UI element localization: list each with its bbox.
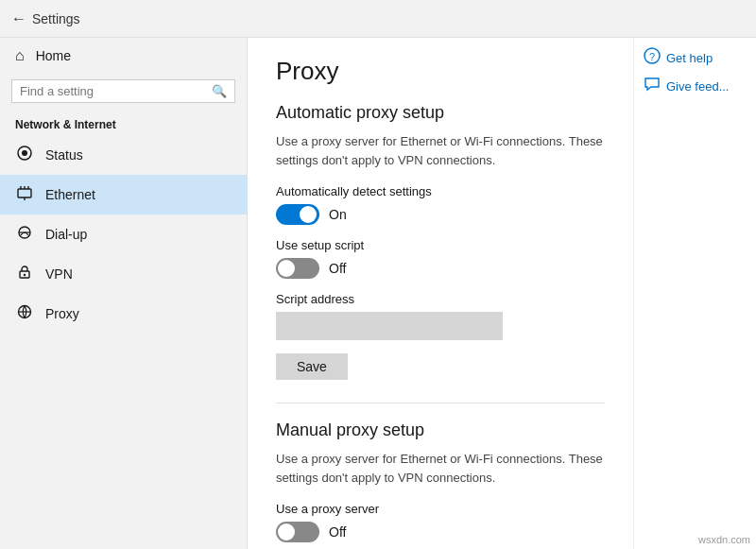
use-proxy-toggle[interactable] xyxy=(276,522,319,542)
sidebar: ⌂ Home 🔍 Network & Internet Status xyxy=(0,38,248,549)
get-help-label: Get help xyxy=(666,51,713,65)
auto-section-title: Automatic proxy setup xyxy=(276,103,605,123)
sidebar-item-dialup[interactable]: Dial-up xyxy=(0,214,247,254)
back-button[interactable]: ← Settings xyxy=(11,10,80,27)
sidebar-item-vpn[interactable]: VPN xyxy=(0,254,247,294)
svg-point-1 xyxy=(22,150,27,156)
svg-text:?: ? xyxy=(649,51,655,62)
feedback-icon xyxy=(644,76,661,96)
use-proxy-knob xyxy=(278,523,295,540)
auto-description: Use a proxy server for Ethernet or Wi-Fi… xyxy=(276,132,605,169)
section-divider xyxy=(276,403,605,403)
search-input[interactable] xyxy=(20,84,212,98)
auto-detect-row: Automatically detect settings On xyxy=(276,184,605,225)
save-button[interactable]: Save xyxy=(276,353,348,380)
auto-detect-toggle[interactable] xyxy=(276,204,319,225)
setup-script-toggle-row: Off xyxy=(276,258,605,279)
proxy-label: Proxy xyxy=(45,306,79,321)
sidebar-section-title: Network & Internet xyxy=(0,109,247,135)
use-proxy-row: Use a proxy server Off xyxy=(276,502,605,542)
home-icon: ⌂ xyxy=(15,47,25,64)
vpn-icon xyxy=(15,264,34,284)
svg-point-10 xyxy=(24,274,26,276)
status-icon xyxy=(15,145,34,165)
right-panel: ? Get help Give feed... xyxy=(633,38,756,549)
use-proxy-label: Use a proxy server xyxy=(276,502,605,516)
proxy-icon xyxy=(15,303,34,324)
setup-script-label: Use setup script xyxy=(276,238,605,252)
give-feedback-label: Give feed... xyxy=(666,79,729,94)
home-label: Home xyxy=(36,48,71,63)
sidebar-item-status[interactable]: Status xyxy=(0,135,247,175)
back-arrow-icon: ← xyxy=(11,10,26,27)
setup-script-knob xyxy=(278,260,295,277)
page-title: Proxy xyxy=(276,57,605,86)
manual-description: Use a proxy server for Ethernet or Wi-Fi… xyxy=(276,450,605,487)
setup-script-state: Off xyxy=(329,261,346,276)
status-label: Status xyxy=(45,147,83,163)
sidebar-item-ethernet[interactable]: Ethernet xyxy=(0,175,247,214)
search-box[interactable]: 🔍 xyxy=(11,79,235,103)
give-feedback-link[interactable]: Give feed... xyxy=(644,76,729,96)
get-help-icon: ? xyxy=(644,47,661,68)
watermark: wsxdn.com xyxy=(698,534,750,545)
ethernet-label: Ethernet xyxy=(45,187,95,202)
content-area: Proxy Automatic proxy setup Use a proxy … xyxy=(248,38,633,549)
script-address-label: Script address xyxy=(276,292,605,306)
setup-script-row: Use setup script Off xyxy=(276,238,605,279)
search-icon: 🔍 xyxy=(212,84,227,98)
dialup-label: Dial-up xyxy=(45,227,87,242)
script-address-input[interactable] xyxy=(276,312,503,340)
main-layout: ⌂ Home 🔍 Network & Internet Status xyxy=(0,38,756,549)
ethernet-icon xyxy=(15,184,34,205)
use-proxy-state: Off xyxy=(329,524,346,540)
auto-detect-toggle-row: On xyxy=(276,204,605,225)
get-help-link[interactable]: ? Get help xyxy=(644,47,713,68)
use-proxy-toggle-row: Off xyxy=(276,522,605,542)
vpn-label: VPN xyxy=(45,266,73,282)
search-container: 🔍 xyxy=(0,74,247,109)
auto-detect-label: Automatically detect settings xyxy=(276,184,605,198)
script-address-row: Script address xyxy=(276,292,605,340)
top-bar-title: Settings xyxy=(32,11,80,26)
top-bar: ← Settings xyxy=(0,0,756,38)
sidebar-home[interactable]: ⌂ Home xyxy=(0,38,247,74)
setup-script-toggle[interactable] xyxy=(276,258,319,279)
manual-section-title: Manual proxy setup xyxy=(276,420,605,440)
svg-rect-2 xyxy=(18,189,31,197)
dialup-icon xyxy=(15,224,34,245)
sidebar-item-proxy[interactable]: Proxy xyxy=(0,294,247,334)
auto-detect-knob xyxy=(300,206,317,223)
auto-detect-state: On xyxy=(329,207,347,222)
